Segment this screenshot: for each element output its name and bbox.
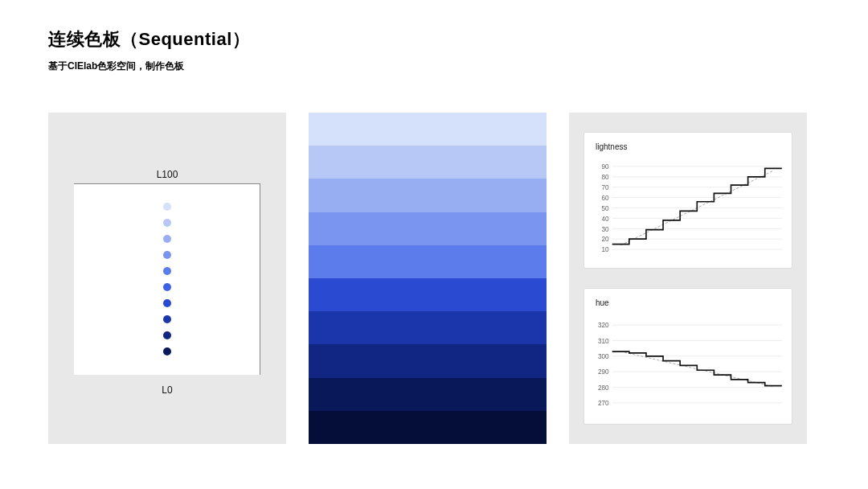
label-l100: L100	[48, 169, 286, 180]
chart-hue: 270280290300310320	[589, 312, 787, 416]
chart-title-hue: hue	[596, 298, 787, 307]
color-strip	[309, 278, 547, 311]
page-title: 连续色板（Sequential）	[48, 27, 250, 51]
color-strip	[309, 212, 547, 245]
swatch-dot	[163, 331, 171, 339]
color-strip	[309, 311, 547, 344]
svg-text:300: 300	[598, 352, 609, 360]
color-strip	[309, 179, 547, 212]
swatch-dots	[48, 203, 286, 355]
chart-title-lightness: lightness	[596, 142, 787, 151]
svg-text:310: 310	[598, 337, 609, 345]
svg-text:20: 20	[601, 235, 608, 243]
svg-text:10: 10	[601, 245, 608, 253]
swatch-dot	[163, 315, 171, 323]
swatch-dot	[163, 283, 171, 291]
svg-text:280: 280	[598, 384, 609, 392]
chart-card-lightness: lightness 102030405060708090	[583, 132, 792, 269]
panel-color-strips	[309, 113, 547, 444]
swatch-dot	[163, 251, 171, 259]
color-strip	[309, 378, 547, 411]
svg-text:80: 80	[601, 173, 608, 181]
svg-text:290: 290	[598, 368, 609, 376]
svg-text:50: 50	[601, 204, 608, 212]
panels-row: L100 L0 lightness 102030405060708090 hue…	[48, 113, 807, 444]
svg-text:40: 40	[601, 214, 608, 222]
header: 连续色板（Sequential） 基于CIElab色彩空间，制作色板	[48, 27, 250, 73]
color-strip	[309, 113, 547, 146]
swatch-dot	[163, 347, 171, 355]
svg-text:90: 90	[601, 162, 608, 171]
page-subtitle: 基于CIElab色彩空间，制作色板	[48, 60, 250, 73]
svg-text:270: 270	[598, 399, 609, 407]
chart-lightness: 102030405060708090	[589, 156, 787, 260]
color-strip	[309, 344, 547, 377]
color-strip	[309, 245, 547, 278]
panel-charts: lightness 102030405060708090 hue 2702802…	[569, 113, 807, 444]
swatch-dot	[163, 203, 171, 211]
swatch-dot	[163, 299, 171, 307]
swatch-dot	[163, 267, 171, 275]
panel-lightness-scale: L100 L0	[48, 113, 286, 444]
color-strip	[309, 411, 547, 444]
swatch-dot	[163, 219, 171, 227]
svg-text:30: 30	[601, 224, 608, 232]
label-l0: L0	[48, 384, 286, 396]
svg-text:70: 70	[601, 183, 608, 191]
svg-text:60: 60	[601, 194, 608, 202]
color-strip	[309, 146, 547, 179]
chart-card-hue: hue 270280290300310320	[583, 288, 792, 425]
svg-text:320: 320	[598, 321, 609, 329]
swatch-dot	[163, 235, 171, 243]
